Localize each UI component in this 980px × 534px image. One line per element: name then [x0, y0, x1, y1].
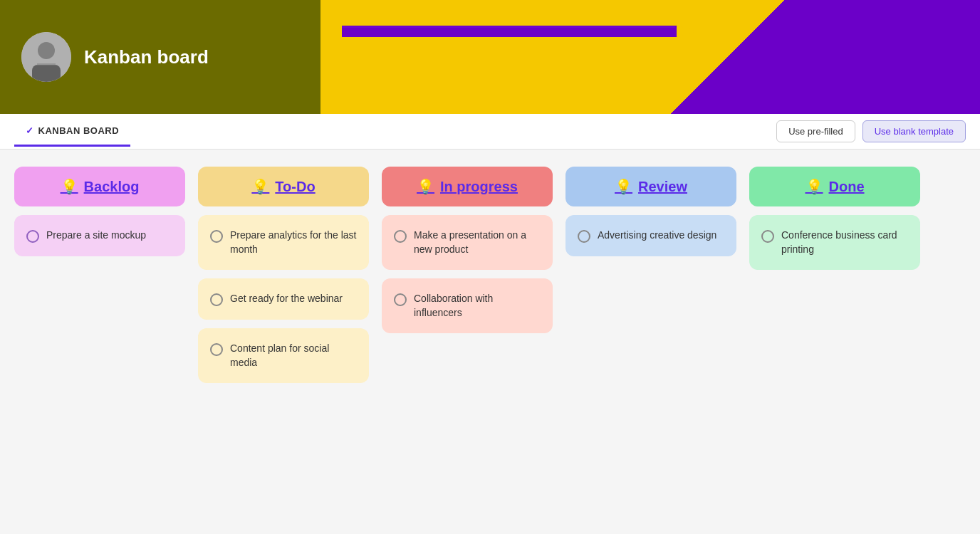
task-checkbox[interactable] — [394, 293, 407, 306]
task-text: Conference business card printing — [781, 229, 908, 256]
column-header-inprogress[interactable]: 💡 In progress — [382, 167, 553, 206]
column-label-backlog: Backlog — [84, 179, 140, 195]
header-title: Kanban board — [84, 46, 209, 68]
avatar — [21, 32, 71, 82]
column-todo: 💡 To-Do Prepare analytics for the last m… — [198, 167, 369, 383]
column-label-done: Done — [829, 179, 865, 195]
column-header-review[interactable]: 💡 Review — [565, 167, 736, 206]
svg-rect-2 — [32, 65, 61, 82]
column-review: 💡 Review Advertising creative design — [565, 167, 736, 383]
navbar: ✓ KANBAN BOARD Use pre-filled Use blank … — [0, 114, 980, 150]
task-card[interactable]: Collaboration with influencers — [382, 278, 553, 333]
task-card[interactable]: Prepare a site mockup — [14, 215, 185, 256]
column-label-todo: To-Do — [275, 179, 315, 195]
task-text: Make a presentation on a new product — [414, 229, 541, 256]
task-card[interactable]: Make a presentation on a new product — [382, 215, 553, 270]
kanban-board-tab[interactable]: ✓ KANBAN BOARD — [14, 117, 130, 147]
task-checkbox[interactable] — [26, 230, 39, 243]
bulb-icon: 💡 — [806, 178, 823, 195]
header-left: Kanban board — [0, 0, 320, 114]
task-checkbox[interactable] — [394, 230, 407, 243]
svg-point-1 — [38, 42, 55, 59]
bulb-icon: 💡 — [61, 178, 78, 195]
task-text: Prepare analytics for the last month — [230, 229, 357, 256]
task-text: Prepare a site mockup — [46, 229, 146, 243]
svg-marker-5 — [677, 26, 698, 37]
task-text: Get ready for the webinar — [230, 292, 343, 306]
use-blank-template-button[interactable]: Use blank template — [862, 120, 966, 142]
check-icon: ✓ — [26, 125, 34, 136]
column-done: 💡 Done Conference business card printing — [749, 167, 920, 383]
task-card[interactable]: Prepare analytics for the last month — [198, 215, 369, 270]
task-checkbox[interactable] — [210, 230, 223, 243]
task-text: Advertising creative design — [598, 229, 716, 243]
column-header-todo[interactable]: 💡 To-Do — [198, 167, 369, 206]
tab-label: KANBAN BOARD — [38, 125, 120, 136]
kanban-board: 💡 Backlog Prepare a site mockup 💡 To-Do … — [0, 150, 980, 400]
column-backlog: 💡 Backlog Prepare a site mockup — [14, 167, 185, 383]
svg-rect-3 — [37, 63, 56, 66]
task-text: Content plan for social media — [230, 342, 357, 370]
bulb-icon: 💡 — [251, 178, 269, 195]
task-card[interactable]: Conference business card printing — [749, 215, 920, 270]
bulb-icon: 💡 — [417, 178, 434, 195]
nav-left: ✓ KANBAN BOARD — [14, 117, 130, 147]
task-card[interactable]: Advertising creative design — [565, 215, 736, 256]
use-prefilled-button[interactable]: Use pre-filled — [776, 120, 855, 142]
column-label-review: Review — [638, 179, 687, 195]
task-checkbox[interactable] — [761, 230, 774, 243]
column-header-backlog[interactable]: 💡 Backlog — [14, 167, 185, 206]
task-checkbox[interactable] — [210, 293, 223, 306]
nav-right: Use pre-filled Use blank template — [776, 120, 966, 142]
column-header-done[interactable]: 💡 Done — [749, 167, 920, 206]
task-card[interactable]: Content plan for social media — [198, 328, 369, 383]
page-header: Kanban board — [0, 0, 980, 114]
task-card[interactable]: Get ready for the webinar — [198, 278, 369, 320]
header-decoration — [320, 0, 980, 114]
task-checkbox[interactable] — [210, 343, 223, 356]
column-label-inprogress: In progress — [440, 179, 518, 195]
task-text: Collaboration with influencers — [414, 292, 541, 320]
bulb-icon: 💡 — [615, 178, 632, 195]
task-checkbox[interactable] — [578, 230, 590, 243]
column-inprogress: 💡 In progress Make a presentation on a n… — [382, 167, 553, 383]
